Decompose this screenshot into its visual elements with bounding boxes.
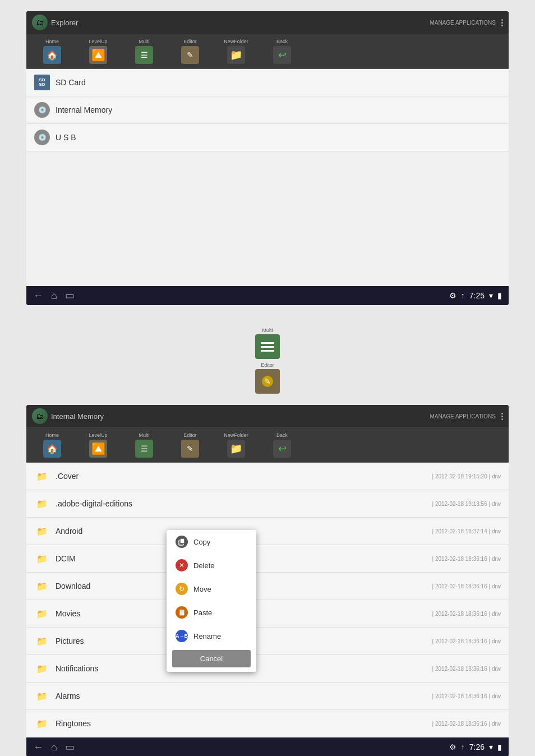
screen2-clock: 7:26 (469, 743, 485, 752)
back-nav-button[interactable]: ← (33, 289, 43, 302)
screen2-logo-icon: 🗂 (32, 408, 48, 424)
svg-rect-1 (261, 346, 274, 348)
file-item-usb[interactable]: 💿 U S B (26, 124, 509, 151)
file-item-ringtones[interactable]: 📁 Ringtones | 2012-02-18 18:36:16 | drw (26, 710, 509, 737)
file-item-cover[interactable]: 📁 .Cover | 2012-02-18 19:15:20 | drw (26, 463, 509, 490)
home-nav-button[interactable]: ⌂ (51, 289, 57, 302)
signal-icon: ↑ (461, 291, 465, 300)
toolbar-multi[interactable]: Multi ☰ (122, 36, 167, 66)
screen1-file-list: SDSD SD Card 💿 Internal Memory 💿 U S B (26, 69, 509, 286)
floating-icons-area: Multi Editor ✎ (255, 328, 280, 394)
explorer-title: Explorer (51, 19, 78, 27)
screen2-menu-dots[interactable] (501, 413, 503, 420)
folder-icon-dcim: 📁 (34, 551, 50, 566)
file-item-movies[interactable]: 📁 Movies | 2012-02-18 18:36:16 | drw (26, 600, 509, 628)
context-rename[interactable]: A→B Rename (167, 624, 256, 648)
screen2-toolbar-multi[interactable]: Multi ☰ (122, 430, 167, 460)
svg-rect-2 (261, 350, 274, 352)
screen2-title: Internal Memory (51, 412, 104, 421)
editor-icon: ✎ (181, 46, 199, 64)
wifi-icon: ▾ (489, 291, 493, 300)
manage-applications-button[interactable]: MANAGE APPLICATIONS (430, 20, 496, 26)
clock: 7:25 (469, 291, 485, 300)
screen2-home-icon: 🏠 (43, 440, 61, 458)
screen2-settings-icon: ⚙ (449, 743, 456, 752)
screen2-toolbar-editor[interactable]: Editor ✎ (168, 430, 213, 460)
context-delete-label: Delete (193, 561, 215, 570)
screen2-home-nav-button[interactable]: ⌂ (51, 741, 57, 753)
folder-icon-download: 📁 (34, 578, 50, 594)
multi-icon: ☰ (135, 46, 153, 64)
context-copy-label: Copy (193, 538, 210, 546)
newfolder-icon: 📁 (227, 46, 245, 64)
toolbar-editor[interactable]: Editor ✎ (168, 36, 213, 66)
screen2-toolbar-newfolder[interactable]: NewFolder 📁 (214, 430, 259, 460)
file-item-notifications[interactable]: 📁 Notifications | 2012-02-18 18:36:16 | … (26, 655, 509, 683)
home-icon: 🏠 (43, 46, 61, 64)
screen1-bottom-bar: ← ⌂ ▭ ⚙ ↑ 7:25 ▾ ▮ (26, 286, 509, 305)
floating-multi-icon (255, 334, 280, 359)
context-paste[interactable]: 📋 Paste (167, 601, 256, 624)
screen2-status-area: ⚙ ↑ 7:26 ▾ ▮ (449, 743, 502, 752)
file-item-dcim[interactable]: 📁 DCIM | 2012-02-18 18:36:16 | drw (26, 545, 509, 573)
screen2-multi-icon: ☰ (135, 440, 153, 458)
toolbar-home[interactable]: Home 🏠 (30, 36, 75, 66)
menu-dots-icon[interactable] (501, 19, 503, 26)
screen2-levelup-icon: 🔼 (89, 440, 107, 458)
floating-editor[interactable]: Editor ✎ (255, 362, 280, 394)
file-item-pictures[interactable]: 📁 Pictures | 2012-02-18 18:36:16 | drw (26, 628, 509, 655)
screen2-toolbar-home[interactable]: Home 🏠 (30, 430, 75, 460)
toolbar-back[interactable]: Back ↩ (260, 36, 305, 66)
screen2-signal-icon: ↑ (461, 743, 465, 752)
screen1-toolbar: Home 🏠 LevelUp 🔼 Multi ☰ Editor ✎ NewFol… (26, 34, 509, 69)
context-move[interactable]: ↻ Move (167, 577, 256, 601)
screen2-bottom-bar: ← ⌂ ▭ ⚙ ↑ 7:26 ▾ ▮ (26, 737, 509, 756)
context-delete[interactable]: ✕ Delete (167, 554, 256, 577)
screen2-toolbar-levelup[interactable]: LevelUp 🔼 (76, 430, 121, 460)
screen2-battery-icon: ▮ (497, 743, 502, 752)
paste-icon: 📋 (176, 606, 188, 619)
screen2-back-nav-button[interactable]: ← (33, 741, 43, 753)
toolbar-newfolder[interactable]: NewFolder 📁 (214, 36, 259, 66)
screen2: 🗂 Internal Memory MANAGE APPLICATIONS Ho… (26, 405, 509, 756)
folder-icon-ringtones: 📁 (34, 716, 50, 731)
empty-space (26, 151, 509, 286)
screen2-manage-apps-button[interactable]: MANAGE APPLICATIONS (430, 413, 496, 420)
file-item-internal-memory[interactable]: 💿 Internal Memory (26, 96, 509, 124)
sdcard-icon: SDSD (34, 75, 50, 90)
floating-editor-icon: ✎ (255, 369, 280, 394)
screen2-back-icon: ↩ (273, 440, 291, 458)
file-item-android[interactable]: 📁 Android | 2012-02-18 18:37:14 | drw (26, 518, 509, 545)
file-item-sdcard[interactable]: SDSD SD Card (26, 69, 509, 96)
svg-rect-0 (261, 342, 274, 344)
context-menu: Copy ✕ Delete ↻ Move 📋 Paste A→B Rename … (167, 530, 256, 672)
settings-icon: ⚙ (449, 291, 456, 300)
svg-text:✎: ✎ (264, 377, 271, 386)
rename-icon: A→B (176, 630, 188, 642)
floating-multi[interactable]: Multi (255, 328, 280, 359)
recent-nav-button[interactable]: ▭ (65, 289, 75, 302)
back-icon: ↩ (273, 46, 291, 64)
context-cancel[interactable]: Cancel (172, 650, 251, 667)
screen2-file-list: 📁 .Cover | 2012-02-18 19:15:20 | drw 📁 .… (26, 463, 509, 737)
toolbar-levelup[interactable]: LevelUp 🔼 (76, 36, 121, 66)
screen2-newfolder-icon: 📁 (227, 440, 245, 458)
nav-icons: ← ⌂ ▭ (33, 289, 75, 302)
levelup-icon: 🔼 (89, 46, 107, 64)
context-move-label: Move (193, 585, 211, 593)
screen2-wifi-icon: ▾ (489, 743, 493, 752)
file-item-download[interactable]: 📁 Download | 2012-02-18 18:36:16 | drw (26, 573, 509, 600)
screen1: 🗂 Explorer MANAGE APPLICATIONS Home 🏠 Le… (26, 11, 509, 305)
explorer-logo: 🗂 Explorer (32, 15, 78, 30)
battery-icon: ▮ (497, 291, 502, 300)
context-copy[interactable]: Copy (167, 530, 256, 554)
screen2-toolbar-back[interactable]: Back ↩ (260, 430, 305, 460)
file-item-alarms[interactable]: 📁 Alarms | 2012-02-18 18:36:16 | drw (26, 683, 509, 710)
svg-rect-6 (180, 538, 185, 543)
folder-icon-cover: 📁 (34, 468, 50, 484)
file-item-adobe[interactable]: 📁 .adobe-digital-editions | 2012-02-18 1… (26, 490, 509, 518)
explorer-logo-icon: 🗂 (32, 15, 48, 30)
folder-icon-android: 📁 (34, 523, 50, 539)
screen2-toolbar: Home 🏠 LevelUp 🔼 Multi ☰ Editor ✎ NewFol… (26, 428, 509, 463)
screen2-recent-nav-button[interactable]: ▭ (65, 741, 75, 753)
